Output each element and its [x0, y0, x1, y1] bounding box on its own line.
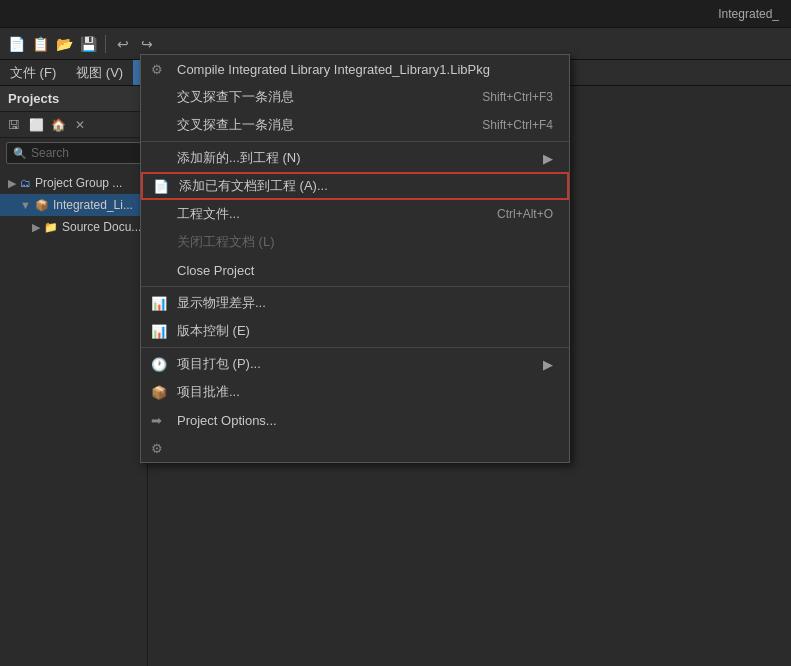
tree-source-doc[interactable]: ▶ 📁 Source Docu... [0, 216, 147, 238]
panel-close-icon[interactable]: ✕ [70, 115, 90, 135]
source-expand-icon: ▶ [32, 221, 40, 234]
menu-view[interactable]: 视图 (V) [66, 60, 133, 85]
title-text: Integrated_ [718, 7, 779, 21]
toolbar-new-icon[interactable]: 📄 [6, 34, 26, 54]
menu-project-options[interactable]: ⚙ [141, 434, 569, 462]
menu-compile[interactable]: ⚙ Compile Integrated Library Integrated_… [141, 55, 569, 83]
menu-show-diff[interactable]: 📊 显示物理差异... [141, 289, 569, 317]
lib-expand-icon: ▼ [20, 199, 31, 211]
version-control-arrow-icon: ▶ [543, 357, 553, 372]
toolbar-copy-icon[interactable]: 📋 [30, 34, 50, 54]
search-box[interactable]: 🔍 Search [6, 142, 141, 164]
dropdown-menu: ⚙ Compile Integrated Library Integrated_… [140, 54, 570, 463]
tree-project-group[interactable]: ▶ 🗂 Project Group ... [0, 172, 147, 194]
add-existing-icon: 📄 [153, 179, 169, 194]
menu-add-new[interactable]: 添加新的...到工程 (N) ▶ [141, 144, 569, 172]
menu-project-files[interactable]: 工程文件... Ctrl+Alt+O [141, 200, 569, 228]
menu-close-doc: 关闭工程文档 (L) [141, 228, 569, 256]
sidebar: Projects 🖫 ⬜ 🏠 ✕ 🔍 Search ▶ 🗂 Project Gr… [0, 86, 148, 666]
project-group-file-icon: 🗂 [20, 177, 31, 189]
toolbar-redo-icon[interactable]: ↪ [137, 34, 157, 54]
menu-version-control[interactable]: 🕐 项目打包 (P)... ▶ [141, 350, 569, 378]
toolbar-open-icon[interactable]: 📂 [54, 34, 74, 54]
menu-cross-probe-next[interactable]: 交叉探查下一条消息 Shift+Ctrl+F3 [141, 83, 569, 111]
menu-sep-3 [141, 347, 569, 348]
lib-file-icon: 📦 [35, 199, 49, 212]
panel-header: Projects [0, 86, 147, 112]
source-folder-icon: 📁 [44, 221, 58, 234]
toolbar-save-icon[interactable]: 💾 [78, 34, 98, 54]
show-diff-icon: 📊 [151, 296, 167, 311]
add-new-arrow-icon: ▶ [543, 151, 553, 166]
project-batch-icon: ➡ [151, 413, 162, 428]
menu-project-pack[interactable]: 📦 项目批准... [141, 378, 569, 406]
toolbar-undo-icon[interactable]: ↩ [113, 34, 133, 54]
panel-save-icon[interactable]: 🖫 [4, 115, 24, 135]
project-pack-icon: 📦 [151, 385, 167, 400]
search-icon: 🔍 [13, 147, 27, 160]
title-bar: Integrated_ [0, 0, 791, 28]
panel-home-icon[interactable]: 🏠 [48, 115, 68, 135]
menu-cross-probe-prev[interactable]: 交叉探查上一条消息 Shift+Ctrl+F4 [141, 111, 569, 139]
menu-sep-2 [141, 286, 569, 287]
menu-sep-1 [141, 141, 569, 142]
panel-copy-icon[interactable]: ⬜ [26, 115, 46, 135]
project-group-icon: ▶ [8, 177, 16, 190]
compile-icon: ⚙ [151, 62, 163, 77]
menu-file[interactable]: 文件 (F) [0, 60, 66, 85]
menu-show-physical-diff[interactable]: 📊 版本控制 (E) [141, 317, 569, 345]
panel-toolbar: 🖫 ⬜ 🏠 ✕ [0, 112, 147, 138]
project-options-icon: ⚙ [151, 441, 163, 456]
version-control-icon: 🕐 [151, 357, 167, 372]
menu-close-project[interactable]: Close Project [141, 256, 569, 284]
menu-project-batch[interactable]: ➡ Project Options... [141, 406, 569, 434]
toolbar-sep-1 [105, 35, 106, 53]
show-physical-diff-icon: 📊 [151, 324, 167, 339]
menu-add-existing[interactable]: 📄 添加已有文档到工程 (A)... [141, 172, 569, 200]
tree-integrated-lib[interactable]: ▼ 📦 Integrated_Li... [0, 194, 147, 216]
tree-area: ▶ 🗂 Project Group ... ▼ 📦 Integrated_Li.… [0, 168, 147, 666]
